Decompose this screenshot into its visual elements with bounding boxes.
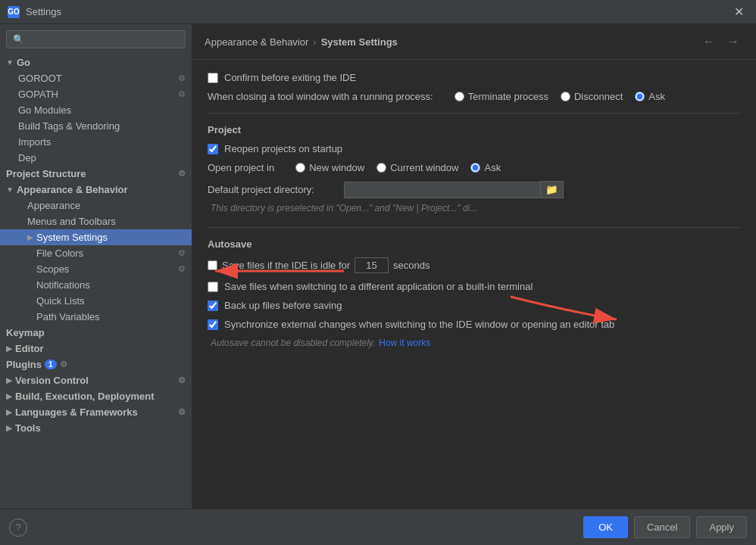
title-bar: GO Settings ✕ [0, 0, 756, 24]
autosave-section-title: Autosave [208, 238, 741, 250]
reopen-row: Reopen projects on startup [208, 143, 741, 154]
sidebar-item-build-tags[interactable]: Build Tags & Vendoring [0, 118, 192, 134]
expand-icon: ▶ [6, 424, 12, 432]
open-project-label: Open project in [208, 162, 274, 173]
cancel-button[interactable]: Cancel [634, 516, 690, 538]
tool-window-label: When closing a tool window with a runnin… [208, 91, 433, 102]
reopen-checkbox[interactable] [208, 144, 218, 154]
sidebar-item-notifications[interactable]: Notifications [0, 277, 192, 293]
ask-radio2[interactable] [470, 163, 480, 173]
idle-seconds-label: seconds [393, 260, 430, 271]
sidebar-item-path-variables[interactable]: Path Variables [0, 309, 192, 325]
help-button[interactable]: ? [9, 519, 27, 537]
settings-icon: ⚙ [178, 375, 186, 385]
how-it-works-link[interactable]: How it works [379, 338, 430, 348]
confirm-exit-row: Confirm before exiting the IDE [208, 72, 741, 83]
settings-icon: ⚙ [178, 169, 186, 179]
disconnect-radio[interactable] [561, 92, 570, 101]
ask-radio1[interactable] [635, 92, 645, 101]
reopen-label: Reopen projects on startup [224, 143, 342, 154]
browse-button[interactable]: 📁 [540, 181, 564, 198]
sidebar-item-build-exec-deploy[interactable]: ▶ Build, Execution, Deployment [0, 388, 192, 404]
default-dir-label: Default project directory: [208, 184, 344, 195]
settings-icon: ⚙ [60, 360, 67, 369]
idle-seconds-input[interactable]: 15 [355, 257, 389, 273]
settings-icon: ⚙ [178, 248, 186, 258]
settings-icon: ⚙ [178, 73, 186, 83]
sidebar-item-scopes[interactable]: Scopes ⚙ [0, 261, 192, 277]
settings-panel: Confirm before exiting the IDE When clos… [192, 60, 756, 374]
sidebar-item-version-control[interactable]: ▶ Version Control ⚙ [0, 372, 192, 388]
save-idle-row: Save files if the IDE is idle for 15 sec… [208, 257, 741, 273]
sidebar-item-editor[interactable]: ▶ Editor [0, 341, 192, 357]
open-project-row: Open project in New window Current windo… [208, 162, 741, 173]
expand-icon: ▶ [6, 376, 12, 385]
nav-buttons: ← → [698, 33, 744, 50]
expand-icon: ▶ [27, 233, 33, 241]
settings-icon: ⚙ [178, 264, 186, 274]
sidebar-item-gopath[interactable]: GOPATH ⚙ [0, 86, 192, 102]
sidebar-item-dep[interactable]: Dep [0, 150, 192, 166]
search-box [0, 24, 192, 54]
sync-row: Synchronize external changes when switch… [208, 319, 741, 330]
tool-window-row: When closing a tool window with a runnin… [208, 91, 741, 102]
sidebar-item-quick-lists[interactable]: Quick Lists [0, 293, 192, 309]
sync-checkbox[interactable] [208, 319, 218, 330]
sidebar-item-go-modules[interactable]: Go Modules [0, 102, 192, 118]
sidebar-item-imports[interactable]: Imports [0, 134, 192, 150]
disconnect-radio-label[interactable]: Disconnect [561, 91, 623, 102]
new-window-radio-label[interactable]: New window [295, 162, 364, 173]
sidebar-item-file-colors[interactable]: File Colors ⚙ [0, 245, 192, 261]
search-input[interactable] [6, 30, 186, 48]
settings-icon: ⚙ [178, 89, 186, 99]
divider1 [208, 113, 741, 114]
sidebar-item-menus-toolbars[interactable]: Menus and Toolbars [0, 213, 192, 229]
ask-radio2-label[interactable]: Ask [470, 162, 501, 173]
expand-icon: ▼ [6, 58, 14, 67]
sidebar-item-plugins[interactable]: Plugins 1 ⚙ [0, 357, 192, 372]
save-switch-row: Save files when switching to a different… [208, 281, 741, 292]
terminate-radio[interactable] [455, 92, 464, 101]
breadcrumb-parent: Appearance & Behavior [205, 36, 308, 48]
confirm-exit-checkbox[interactable] [208, 73, 218, 83]
sidebar-item-project-structure[interactable]: Project Structure ⚙ [0, 166, 192, 182]
plugin-badge: 1 [45, 360, 57, 369]
sidebar-item-appearance[interactable]: Appearance [0, 198, 192, 213]
save-idle-checkbox[interactable] [208, 260, 217, 270]
autosave-section: Autosave Save files if the IDE is idle f… [208, 238, 741, 348]
breadcrumb-separator: › [313, 36, 316, 48]
settings-icon: ⚙ [178, 407, 186, 417]
default-dir-row: Default project directory: 📁 [208, 181, 741, 198]
expand-icon: ▶ [6, 408, 12, 416]
nav-back-button[interactable]: ← [698, 33, 720, 50]
terminate-radio-label[interactable]: Terminate process [455, 91, 548, 102]
ask-radio1-label[interactable]: Ask [635, 91, 665, 102]
sidebar-item-tools[interactable]: ▶ Tools [0, 420, 192, 436]
save-switch-checkbox[interactable] [208, 282, 218, 292]
project-section-title: Project [208, 124, 741, 135]
apply-button[interactable]: Apply [696, 516, 747, 538]
backup-row: Back up files before saving [208, 300, 741, 311]
nav-forward-button[interactable]: → [723, 33, 744, 50]
sidebar-item-system-settings[interactable]: ▶ System Settings [0, 229, 192, 245]
current-window-radio-label[interactable]: Current window [376, 162, 458, 173]
sidebar-item-go[interactable]: ▼ Go [0, 54, 192, 70]
save-idle-label: Save files if the IDE is idle for [222, 260, 350, 271]
new-window-radio[interactable] [295, 163, 305, 173]
breadcrumb-current: System Settings [321, 36, 398, 48]
close-button[interactable]: ✕ [729, 3, 748, 20]
app-icon: GO [8, 6, 20, 18]
expand-icon: ▶ [6, 392, 12, 400]
expand-icon: ▶ [6, 344, 12, 353]
sidebar-item-appearance-behavior[interactable]: ▼ Appearance & Behavior [0, 182, 192, 198]
breadcrumb: Appearance & Behavior › System Settings … [192, 24, 756, 60]
ok-button[interactable]: OK [583, 516, 628, 538]
expand-icon: ▼ [6, 185, 14, 194]
backup-checkbox[interactable] [208, 301, 218, 311]
sidebar-item-keymap[interactable]: Keymap [0, 325, 192, 341]
save-switch-label: Save files when switching to a different… [224, 281, 533, 292]
sidebar-item-goroot[interactable]: GOROOT ⚙ [0, 70, 192, 86]
current-window-radio[interactable] [376, 163, 386, 173]
default-dir-input[interactable] [344, 182, 541, 198]
sidebar-item-languages-frameworks[interactable]: ▶ Languages & Frameworks ⚙ [0, 404, 192, 420]
